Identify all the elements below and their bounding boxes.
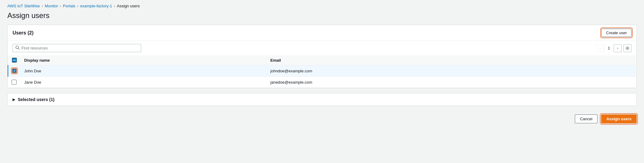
table-body: John Doe johndoe@example.com Jane Doe ja… xyxy=(8,65,636,88)
search-input[interactable] xyxy=(21,46,138,50)
row-2-email: janedoe@example.com xyxy=(267,77,636,88)
row-1-checked-checkbox[interactable] xyxy=(12,68,17,73)
cancel-button[interactable]: Cancel xyxy=(575,114,597,123)
page-title: Assign users xyxy=(7,11,637,20)
row-2-checkbox-cell[interactable] xyxy=(8,77,21,88)
table-head: Display name Email xyxy=(8,55,636,65)
table-settings-button[interactable] xyxy=(623,44,631,52)
search-icon xyxy=(15,45,20,51)
breadcrumb-sep-2: › xyxy=(60,4,61,8)
row-1-display-name: John Doe xyxy=(21,65,267,77)
indeterminate-checkbox-icon[interactable] xyxy=(12,58,17,63)
table-row[interactable]: John Doe johndoe@example.com xyxy=(8,65,636,77)
row-1-email: johndoe@example.com xyxy=(267,65,636,77)
breadcrumb-sitewise[interactable]: AWS IoT SiteWise xyxy=(7,4,40,8)
pagination-controls: ‹ 1 › xyxy=(596,44,631,52)
panel-header: Users (2) Create user xyxy=(8,25,636,41)
chevron-right-icon: ▶ xyxy=(13,97,15,102)
breadcrumb-factory[interactable]: example-factory-1 xyxy=(80,4,112,8)
svg-point-2 xyxy=(627,48,628,49)
breadcrumb-sep-4: › xyxy=(114,4,115,8)
prev-page-button[interactable]: ‹ xyxy=(596,44,604,52)
selected-users-header[interactable]: ▶ Selected users (1) xyxy=(8,93,636,106)
breadcrumb: AWS IoT SiteWise › Monitor › Portals › e… xyxy=(7,4,637,8)
svg-line-1 xyxy=(18,49,20,50)
create-user-button[interactable]: Create user xyxy=(601,29,631,37)
breadcrumb-portals[interactable]: Portals xyxy=(63,4,75,8)
panel-title: Users (2) xyxy=(13,30,33,36)
breadcrumb-sep-1: › xyxy=(42,4,43,8)
row-2-unchecked-checkbox[interactable] xyxy=(12,80,17,85)
row-1-checkbox-cell[interactable] xyxy=(8,65,21,77)
selected-users-title: Selected users (1) xyxy=(18,97,54,102)
footer: Cancel Assign users xyxy=(7,111,637,127)
header-checkbox-cell xyxy=(8,55,21,65)
breadcrumb-sep-3: › xyxy=(77,4,78,8)
table-header-row: Display name Email xyxy=(8,55,636,65)
assign-users-button[interactable]: Assign users xyxy=(601,114,637,123)
table-row[interactable]: Jane Doe janedoe@example.com xyxy=(8,77,636,88)
col-header-email: Email xyxy=(267,55,636,65)
users-panel: Users (2) Create user ‹ 1 › xyxy=(7,25,637,88)
row-2-display-name: Jane Doe xyxy=(21,77,267,88)
search-area: ‹ 1 › xyxy=(8,41,636,55)
page-number: 1 xyxy=(606,45,612,51)
page-wrapper: AWS IoT SiteWise › Monitor › Portals › e… xyxy=(0,0,644,134)
next-page-button[interactable]: › xyxy=(614,44,622,52)
col-header-display-name: Display name xyxy=(21,55,267,65)
search-input-wrapper[interactable] xyxy=(13,44,141,52)
breadcrumb-current: Assign users xyxy=(117,4,140,8)
select-all-checkbox[interactable] xyxy=(12,58,17,63)
selected-users-section: ▶ Selected users (1) xyxy=(7,93,637,106)
breadcrumb-monitor[interactable]: Monitor xyxy=(45,4,58,8)
users-table: Display name Email John Doe johndoe@exam… xyxy=(8,55,636,88)
